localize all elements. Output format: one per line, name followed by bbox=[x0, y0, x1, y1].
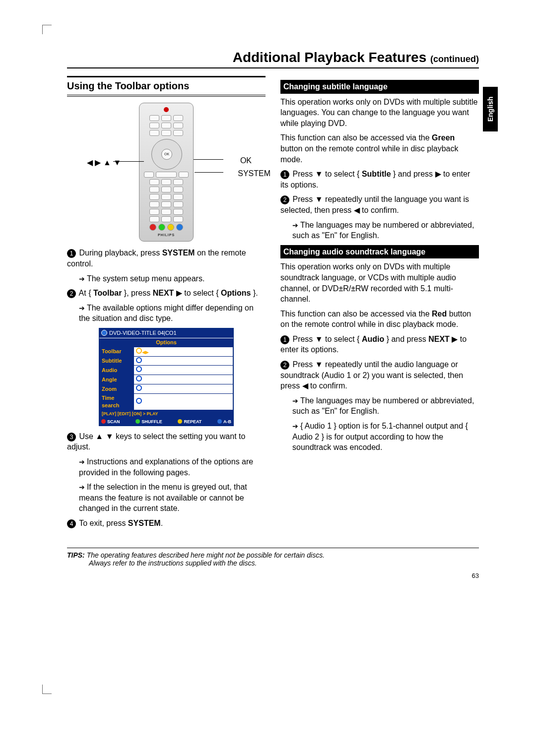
step-3: 3 Use ▲ ▼ keys to select the setting you… bbox=[67, 431, 266, 452]
crop-mark-bottom-left bbox=[42, 685, 52, 694]
audio-desc: This operation works only on DVDs with m… bbox=[280, 261, 479, 304]
step-number-icon: 2 bbox=[280, 195, 289, 204]
callout-system: SYSTEM bbox=[238, 168, 270, 179]
step-number-icon: 2 bbox=[280, 361, 289, 370]
subtitle-desc: This operation works only on DVDs with m… bbox=[280, 97, 479, 129]
tips-line-2: Always refer to the instructions supplie… bbox=[89, 559, 257, 567]
callout-ok: OK bbox=[240, 155, 252, 166]
step-1-note: The system setup menu appears. bbox=[79, 273, 266, 284]
language-tab-label: English bbox=[486, 97, 494, 122]
crop-mark-top-left bbox=[42, 25, 52, 34]
subtitle-step-2-note: The languages may be numbered or abbrevi… bbox=[292, 220, 479, 241]
subheading-audio: Changing audio soundtrack language bbox=[280, 245, 479, 259]
menu-row-label: Audio bbox=[100, 366, 134, 375]
menu-navline: [PLAY] [EDIT] [ON] > PLAY bbox=[100, 410, 233, 417]
step-3-note-1: Instructions and explanations of the opt… bbox=[79, 456, 266, 478]
step-number-icon: 1 bbox=[67, 249, 76, 258]
section-heading: Using the Toolbar options bbox=[67, 76, 266, 97]
remote-brand: PHILIPS bbox=[142, 233, 190, 237]
subtitle-green-note: This function can also be accessed via t… bbox=[280, 132, 479, 165]
step-4: 4 To exit, press SYSTEM. bbox=[67, 518, 266, 529]
menu-row-label: Subtitle bbox=[100, 356, 134, 366]
leader-line bbox=[195, 172, 223, 173]
menu-title: DVD-VIDEO-TITLE 04|CO1 bbox=[109, 329, 177, 337]
menu-bottom-bar: SCAN SHUFFLE REPEAT A-B bbox=[99, 418, 233, 426]
page-content: Additional Playback Features (continued)… bbox=[67, 50, 479, 579]
subheading-subtitle: Changing subtitle language bbox=[280, 80, 479, 94]
disc-icon bbox=[101, 330, 107, 336]
step-number-icon: 4 bbox=[67, 519, 76, 528]
step-1: 1 During playback, press SYSTEM on the r… bbox=[67, 248, 266, 269]
language-tab: English bbox=[483, 87, 498, 131]
leader-line bbox=[113, 161, 144, 162]
page-number: 63 bbox=[67, 572, 479, 579]
menu-row-label: Toolbar bbox=[100, 347, 134, 356]
step-number-icon: 2 bbox=[67, 289, 76, 298]
tips-label: TIPS: bbox=[67, 551, 85, 559]
tips-line-1: The operating features described here mi… bbox=[87, 551, 325, 559]
callout-dpad: ◀ ▶ ▲ ▼ bbox=[87, 157, 121, 168]
remote-control: OK PHILIPS bbox=[139, 103, 194, 242]
menu-options-header: Options bbox=[99, 338, 233, 347]
menu-row-label: Angle bbox=[100, 375, 134, 384]
title-main: Additional Playback Features bbox=[233, 50, 430, 65]
page-title: Additional Playback Features (continued) bbox=[67, 50, 479, 68]
menu-row-label: Zoom bbox=[100, 384, 134, 394]
left-column: Using the Toolbar options ◀ ▶ ▲ ▼ OK SYS… bbox=[67, 76, 266, 533]
tips-section: TIPS: The operating features described h… bbox=[67, 548, 479, 567]
audio-step-2-note-2: { Audio 1 } option is for 5.1-channel ou… bbox=[292, 421, 479, 453]
step-number-icon: 3 bbox=[67, 433, 76, 441]
audio-red-note: This function can also be accessed via t… bbox=[280, 309, 479, 330]
step-number-icon: 1 bbox=[280, 170, 289, 179]
step-2: 2 At { Toolbar }, press NEXT ▶ to select… bbox=[67, 288, 266, 299]
step-3-note-2: If the selection in the menu is greyed o… bbox=[79, 482, 266, 514]
audio-step-1: 1 Press ▼ to select { Audio } and press … bbox=[280, 334, 479, 355]
remote-ok-button: OK bbox=[161, 149, 172, 160]
remote-led bbox=[164, 107, 169, 112]
leader-line bbox=[194, 159, 223, 160]
audio-step-2: 2 Press ▼ repeatedly until the audio lan… bbox=[280, 359, 479, 391]
remote-illustration: ◀ ▶ ▲ ▼ OK SYSTEM OK bbox=[67, 103, 266, 242]
right-column: Changing subtitle language This operatio… bbox=[280, 76, 479, 533]
menu-row-label: Time search bbox=[100, 393, 134, 410]
step-2-note: The available options might differ depen… bbox=[79, 303, 266, 324]
title-continued: (continued) bbox=[430, 54, 479, 64]
onscreen-menu: DVD-VIDEO-TITLE 04|CO1 Options Toolbar S… bbox=[99, 328, 234, 426]
step-number-icon: 1 bbox=[280, 335, 289, 344]
subtitle-step-1: 1 Press ▼ to select { Subtitle } and pre… bbox=[280, 169, 479, 190]
subtitle-step-2: 2 Press ▼ repeatedly until the language … bbox=[280, 194, 479, 215]
audio-step-2-note-1: The languages may be numbered or abbrevi… bbox=[292, 395, 479, 417]
